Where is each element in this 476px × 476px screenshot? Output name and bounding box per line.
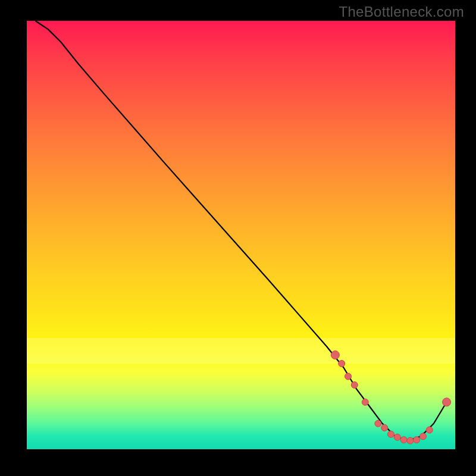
watermark-text: TheBottleneck.com xyxy=(339,4,464,20)
plot-area xyxy=(27,21,455,449)
bottleneck-curve-line xyxy=(35,21,446,441)
highlight-point xyxy=(339,361,345,367)
highlight-point xyxy=(345,373,352,380)
curve-svg xyxy=(27,21,455,449)
highlight-point xyxy=(414,437,420,443)
chart-container: TheBottleneck.com xyxy=(0,0,476,476)
highlight-point xyxy=(362,399,368,405)
highlight-point xyxy=(400,437,407,443)
highlight-points-group xyxy=(331,351,450,444)
highlight-point xyxy=(331,351,339,359)
highlight-point xyxy=(426,427,433,433)
highlight-point xyxy=(443,398,451,406)
highlight-point xyxy=(351,382,358,389)
highlight-point xyxy=(407,437,414,444)
highlight-point xyxy=(381,425,388,431)
highlight-point xyxy=(420,433,427,440)
highlight-point xyxy=(394,434,400,440)
highlight-point xyxy=(375,420,381,427)
highlight-point xyxy=(388,431,394,437)
